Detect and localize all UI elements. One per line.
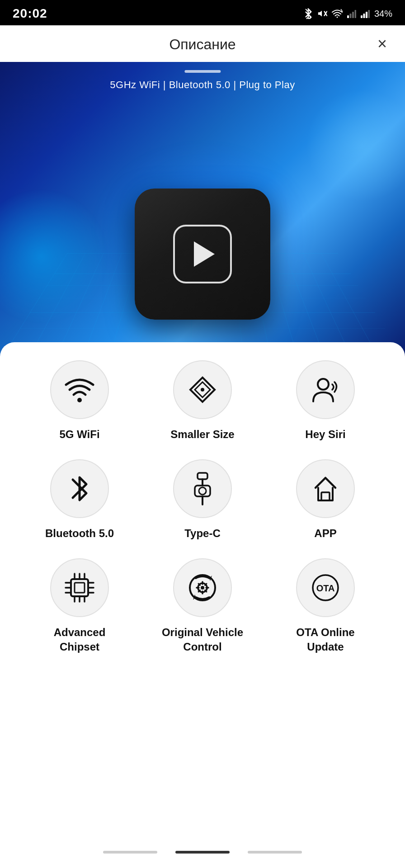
svg-rect-15 — [198, 473, 207, 479]
signal-icon-2 — [361, 9, 370, 18]
features-card: 5G WiFi Smaller Size — [0, 342, 405, 841]
svg-point-19 — [199, 487, 206, 495]
bottom-bar — [0, 841, 405, 868]
feature-typec-label: Type-C — [184, 526, 221, 540]
feature-app-label: APP — [314, 526, 336, 540]
ota-icon-circle: OTA — [296, 558, 355, 617]
svg-text:OTA: OTA — [316, 583, 335, 593]
wifi-status-icon — [332, 9, 343, 18]
feature-size: Smaller Size — [146, 360, 259, 441]
status-bar: 20:02 — [0, 0, 405, 25]
bluetooth-icon — [68, 473, 91, 505]
device-play-icon — [173, 225, 232, 283]
play-triangle-icon — [194, 241, 215, 267]
svg-rect-9 — [363, 14, 365, 18]
svg-rect-4 — [347, 15, 349, 18]
svg-rect-8 — [361, 15, 363, 18]
device-box — [135, 189, 270, 320]
svg-rect-21 — [71, 579, 88, 596]
svg-rect-6 — [352, 12, 354, 18]
feature-app: APP — [268, 459, 382, 540]
svg-rect-7 — [354, 10, 356, 18]
feature-size-label: Smaller Size — [170, 427, 234, 441]
bluetooth-icon-circle — [50, 459, 109, 518]
svg-point-13 — [201, 388, 204, 392]
svg-point-2 — [336, 17, 338, 18]
app-container: Описание × 5GHz WiFi | Bluetooth 5.0 | P… — [0, 25, 405, 868]
chipset-icon — [64, 572, 95, 604]
feature-siri: Hey Siri — [268, 360, 382, 441]
hero-handle — [184, 70, 221, 73]
siri-icon — [310, 375, 341, 405]
feature-bluetooth: Bluetooth 5.0 — [23, 459, 137, 540]
ota-icon: OTA — [307, 574, 344, 601]
svg-point-39 — [201, 586, 204, 590]
bottom-indicator-3 — [248, 851, 302, 854]
vehicle-icon-circle — [173, 558, 232, 617]
feature-chipset-label: AdvancedChipset — [54, 625, 106, 653]
hero-glow-right — [306, 89, 405, 202]
size-icon-circle — [173, 360, 232, 419]
wifi-icon — [64, 377, 95, 403]
feature-ota-label: OTA OnlineUpdate — [296, 625, 354, 653]
feature-chipset: AdvancedChipset — [23, 558, 137, 653]
svg-rect-10 — [366, 12, 367, 18]
header: Описание × — [0, 25, 405, 62]
page-title: Описание — [169, 36, 235, 53]
status-icons: 34% — [304, 8, 392, 19]
signal-icon-1 — [347, 9, 356, 18]
feature-ota: OTA OTA OnlineUpdate — [268, 558, 382, 653]
bottom-indicator-1 — [103, 851, 157, 854]
features-grid: 5G WiFi Smaller Size — [23, 360, 382, 654]
siri-icon-circle — [296, 360, 355, 419]
svg-point-14 — [318, 379, 329, 390]
feature-siri-label: Hey Siri — [305, 427, 345, 441]
mute-icon — [317, 9, 327, 19]
hero-features-text: 5GHz WiFi | Bluetooth 5.0 | Plug to Play — [110, 79, 295, 91]
diamond-icon — [188, 376, 217, 404]
vehicle-icon — [187, 572, 218, 604]
feature-vehicle-label: Original VehicleControl — [162, 625, 243, 653]
feature-typec: Type-C — [146, 459, 259, 540]
svg-rect-20 — [321, 492, 330, 500]
wifi-icon-circle — [50, 360, 109, 419]
hero-subtitle-bar: 5GHz WiFi | Bluetooth 5.0 | Plug to Play — [110, 70, 295, 91]
chipset-icon-circle — [50, 558, 109, 617]
app-icon-circle — [296, 459, 355, 518]
bottom-indicator-2 — [175, 851, 230, 854]
bluetooth-status-icon — [304, 8, 313, 19]
status-time: 20:02 — [13, 6, 47, 21]
feature-bluetooth-label: Bluetooth 5.0 — [45, 526, 114, 540]
feature-wifi-label: 5G WiFi — [59, 427, 99, 441]
svg-rect-5 — [349, 14, 351, 18]
hero-section: 5GHz WiFi | Bluetooth 5.0 | Plug to Play — [0, 62, 405, 360]
svg-point-12 — [77, 398, 82, 402]
typec-icon-circle — [173, 459, 232, 518]
feature-wifi: 5G WiFi — [23, 360, 137, 441]
feature-vehicle: Original VehicleControl — [146, 558, 259, 653]
svg-rect-22 — [75, 583, 85, 593]
close-button[interactable]: × — [377, 36, 387, 52]
app-icon — [310, 474, 341, 504]
battery-text: 34% — [374, 9, 392, 19]
svg-rect-11 — [368, 10, 370, 18]
usb-icon — [189, 472, 216, 506]
